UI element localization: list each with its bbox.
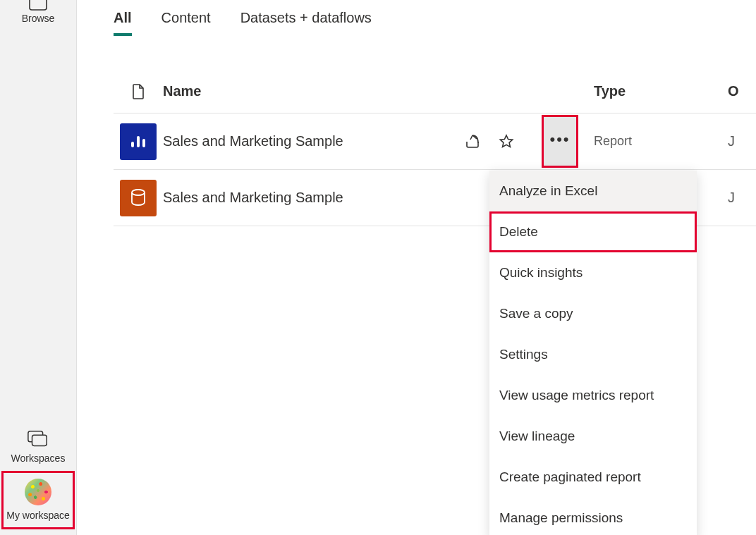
tab-content[interactable]: Content [161,10,211,36]
header-name[interactable]: Name [163,83,458,99]
tab-all[interactable]: All [114,10,132,36]
favorite-button[interactable] [492,128,520,156]
more-icon: ••• [549,132,570,147]
row-actions: ••• [458,115,594,168]
sidebar-bottom: Workspaces My workspace [0,423,76,536]
browse-icon [28,0,48,11]
table-header: Name Type O [114,70,756,113]
dataset-icon [120,180,157,216]
menu-item-settings[interactable]: Settings [489,334,697,375]
star-icon [499,134,514,149]
workspaces-icon [27,429,49,450]
row-icon-col [114,123,163,160]
svg-rect-5 [142,139,145,147]
browse-label: Browse [22,13,55,25]
svg-point-6 [132,190,145,195]
share-icon [465,134,480,149]
menu-item-quick-insights[interactable]: Quick insights [489,252,697,293]
sidebar-item-my-workspace[interactable]: My workspace [1,471,75,530]
sidebar-item-workspaces[interactable]: Workspaces [0,423,76,471]
main-content: All Content Datasets + dataflows Name Ty… [77,0,756,535]
row-type: Report [594,134,728,149]
menu-item-usage-metrics[interactable]: View usage metrics report [489,375,697,416]
row-icon-col [114,180,163,216]
workspaces-label: Workspaces [11,453,66,464]
context-menu: Analyze in Excel Delete Quick insights S… [489,171,697,535]
avatar [25,479,51,505]
svg-rect-0 [30,0,47,10]
header-end[interactable]: O [728,83,756,99]
sidebar-top: Browse [0,0,76,32]
menu-item-manage-permissions[interactable]: Manage permissions [489,498,697,535]
menu-item-analyze-excel[interactable]: Analyze in Excel [489,171,697,211]
svg-rect-2 [32,435,47,445]
row-name[interactable]: Sales and Marketing Sample [163,133,458,149]
more-options-button[interactable]: ••• [542,115,578,168]
file-icon [131,83,145,100]
header-icon-col [114,83,163,100]
row-name[interactable]: Sales and Marketing Sample [163,190,458,206]
sidebar-item-browse[interactable]: Browse [0,0,76,32]
tabs: All Content Datasets + dataflows [114,0,756,36]
tab-datasets-dataflows[interactable]: Datasets + dataflows [240,10,372,36]
menu-item-save-copy[interactable]: Save a copy [489,293,697,334]
row-end: J [728,190,756,206]
menu-item-paginated-report[interactable]: Create paginated report [489,457,697,498]
svg-rect-3 [131,142,134,147]
row-end: J [728,133,756,149]
header-type[interactable]: Type [594,83,728,99]
svg-rect-4 [137,136,140,147]
sidebar: Browse Workspaces My workspace [0,0,77,535]
menu-item-view-lineage[interactable]: View lineage [489,416,697,457]
table-row[interactable]: Sales and Marketing Sample ••• Re [114,113,756,170]
my-workspace-label: My workspace [6,510,69,522]
share-button[interactable] [458,128,487,156]
report-icon [120,123,157,160]
menu-item-delete[interactable]: Delete [489,211,697,252]
